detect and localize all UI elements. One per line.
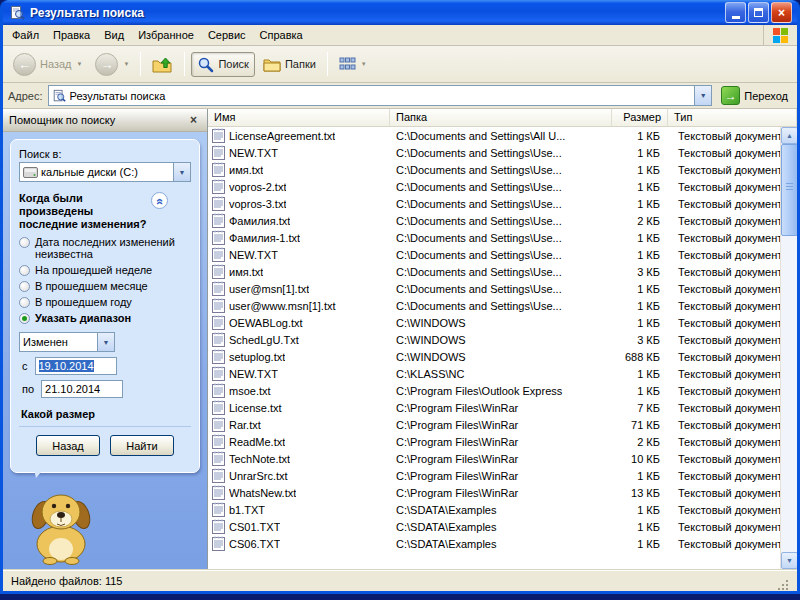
file-row[interactable]: NEW.TXTC:\Documents and Settings\Use...1… bbox=[208, 144, 780, 161]
search-dog-mascot[interactable] bbox=[19, 487, 103, 567]
file-row[interactable]: Фамилия.txtC:\Documents and Settings\Use… bbox=[208, 212, 780, 229]
search-location-select[interactable]: кальные диски (C:) ▼ bbox=[19, 162, 191, 182]
resize-grip[interactable] bbox=[776, 578, 789, 591]
find-button[interactable]: Найти bbox=[110, 435, 174, 456]
column-header-4[interactable]: Тип bbox=[668, 109, 797, 127]
modified-select[interactable]: Изменен ▼ bbox=[19, 332, 115, 352]
file-row[interactable]: NEW.TXTC:\Documents and Settings\Use...1… bbox=[208, 246, 780, 263]
address-input[interactable]: Результаты поиска ▼ bbox=[48, 85, 713, 106]
menu-item-Справка[interactable]: Справка bbox=[253, 26, 310, 44]
views-grid-icon bbox=[339, 57, 356, 71]
radio-option[interactable]: Указать диапазон bbox=[19, 312, 191, 324]
file-row[interactable]: имя.txtC:\Documents and Settings\Use...1… bbox=[208, 161, 780, 178]
status-text: Найдено файлов: 115 bbox=[11, 575, 122, 587]
back-button[interactable]: ← Назад ▼ bbox=[8, 50, 87, 79]
radio-icon[interactable] bbox=[19, 313, 30, 324]
toolbar-separator bbox=[184, 52, 185, 76]
file-row[interactable]: setuplog.txtC:\WINDOWS688 КБТекстовый до… bbox=[208, 348, 780, 365]
collapse-section-button[interactable]: « bbox=[151, 192, 168, 209]
back-step-button[interactable]: Назад bbox=[36, 435, 100, 456]
radio-option[interactable]: На прошедшей неделе bbox=[19, 264, 191, 276]
file-row[interactable]: b1.TXTC:\SDATA\Examples1 КБТекстовый док… bbox=[208, 501, 780, 518]
file-row[interactable]: Фамилия-1.txtC:\Documents and Settings\U… bbox=[208, 229, 780, 246]
file-row[interactable]: msoe.txtC:\Program Files\Outlook Express… bbox=[208, 382, 780, 399]
file-row[interactable]: имя.txtC:\Documents and Settings\Use...3… bbox=[208, 263, 780, 280]
maximize-button[interactable] bbox=[748, 2, 769, 23]
radio-option[interactable]: Дата последних изменений неизвестна bbox=[19, 236, 191, 260]
views-button[interactable]: ▼ bbox=[334, 54, 372, 74]
file-size-cell: 10 КБ bbox=[612, 453, 668, 465]
search-location-dropdown-button[interactable]: ▼ bbox=[173, 163, 190, 181]
file-name-cell: ReadMe.txt bbox=[208, 434, 390, 449]
text-document-icon bbox=[212, 400, 225, 415]
search-pane-title: Помощник по поиску bbox=[9, 114, 115, 126]
file-row[interactable]: OEWABLog.txtC:\WINDOWS1 КБТекстовый доку… bbox=[208, 314, 780, 331]
file-folder-cell: C:\Documents and Settings\Use... bbox=[390, 198, 612, 210]
file-row[interactable]: License.txtC:\Program Files\WinRar7 КБТе… bbox=[208, 399, 780, 416]
file-row[interactable]: user@msn[1].txtC:\Documents and Settings… bbox=[208, 280, 780, 297]
list-rows: LicenseAgreement.txtC:\Documents and Set… bbox=[208, 127, 780, 569]
text-document-icon bbox=[212, 213, 225, 228]
forward-button[interactable]: → ▼ bbox=[90, 50, 134, 79]
modified-dropdown-button[interactable]: ▼ bbox=[97, 333, 114, 351]
column-header-1[interactable]: Имя bbox=[208, 109, 390, 127]
search-button[interactable]: Поиск bbox=[191, 52, 254, 77]
file-folder-cell: C:\Program Files\WinRar bbox=[390, 470, 612, 482]
file-row[interactable]: vopros-3.txtC:\Documents and Settings\Us… bbox=[208, 195, 780, 212]
scroll-up-button[interactable]: ▲ bbox=[781, 127, 797, 144]
menu-item-Файл[interactable]: Файл bbox=[5, 26, 46, 44]
radio-icon[interactable] bbox=[19, 265, 30, 276]
search-options-bubble: Поиск в: кальные диски (C:) ▼ Когда бы bbox=[10, 139, 200, 473]
go-button[interactable]: → Переход bbox=[717, 86, 792, 105]
file-folder-cell: C:\Documents and Settings\Use... bbox=[390, 249, 612, 261]
file-size-cell: 3 КБ bbox=[612, 334, 668, 346]
radio-option[interactable]: В прошедшем году bbox=[19, 296, 191, 308]
file-size-cell: 1 КБ bbox=[612, 147, 668, 159]
date-from-input[interactable]: 19.10.2014 bbox=[35, 357, 117, 375]
radio-icon[interactable] bbox=[19, 281, 30, 292]
file-row[interactable]: CS01.TXTC:\SDATA\Examples1 КБТекстовый д… bbox=[208, 518, 780, 535]
up-button[interactable] bbox=[147, 52, 178, 76]
file-row[interactable]: user@www.msn[1].txtC:\Documents and Sett… bbox=[208, 297, 780, 314]
scrollbar-thumb[interactable] bbox=[781, 144, 797, 236]
radio-icon[interactable] bbox=[19, 237, 30, 248]
file-row[interactable]: Rar.txtC:\Program Files\WinRar71 КБТекст… bbox=[208, 416, 780, 433]
file-row[interactable]: SchedLgU.TxtC:\WINDOWS3 КБТекстовый доку… bbox=[208, 331, 780, 348]
file-row[interactable]: TechNote.txtC:\Program Files\WinRar10 КБ… bbox=[208, 450, 780, 467]
text-document-icon bbox=[212, 485, 225, 500]
file-size-cell: 1 КБ bbox=[612, 470, 668, 482]
file-folder-cell: C:\Program Files\WinRar bbox=[390, 436, 612, 448]
scroll-down-button[interactable]: ▼ bbox=[781, 552, 797, 569]
menu-item-Сервис[interactable]: Сервис bbox=[201, 26, 253, 44]
file-folder-cell: C:\Documents and Settings\Use... bbox=[390, 164, 612, 176]
menu-item-Правка[interactable]: Правка bbox=[46, 26, 97, 44]
titlebar[interactable]: Результаты поиска × bbox=[3, 0, 797, 25]
file-row[interactable]: WhatsNew.txtC:\Program Files\WinRar13 КБ… bbox=[208, 484, 780, 501]
address-dropdown-button[interactable]: ▼ bbox=[694, 86, 711, 105]
file-row[interactable]: vopros-2.txtC:\Documents and Settings\Us… bbox=[208, 178, 780, 195]
size-question: Какой размер bbox=[21, 408, 191, 420]
search-pane-close-button[interactable]: × bbox=[186, 113, 201, 128]
folders-button[interactable]: Папки bbox=[258, 54, 321, 75]
file-row[interactable]: LicenseAgreement.txtC:\Documents and Set… bbox=[208, 127, 780, 144]
file-name-cell: Фамилия.txt bbox=[208, 213, 390, 228]
address-bar: Адрес: Результаты поиска ▼ → Переход bbox=[3, 83, 797, 109]
column-header-2[interactable]: Папка bbox=[390, 109, 612, 127]
vertical-scrollbar[interactable]: ▲ ▼ bbox=[780, 127, 797, 569]
menu-item-Избранное[interactable]: Избранное bbox=[131, 26, 201, 44]
file-row[interactable]: CS06.TXTC:\SDATA\Examples1 КБТекстовый д… bbox=[208, 535, 780, 552]
radio-icon[interactable] bbox=[19, 297, 30, 308]
file-type-cell: Текстовый документ bbox=[668, 470, 780, 482]
file-row[interactable]: UnrarSrc.txtC:\Program Files\WinRar1 КБТ… bbox=[208, 467, 780, 484]
address-value: Результаты поиска bbox=[70, 90, 166, 102]
menu-item-Вид[interactable]: Вид bbox=[97, 26, 131, 44]
minimize-button[interactable] bbox=[725, 2, 746, 23]
folders-label: Папки bbox=[285, 58, 316, 70]
close-button[interactable]: × bbox=[771, 2, 792, 23]
column-header-3[interactable]: Размер bbox=[612, 109, 668, 127]
date-to-input[interactable]: 21.10.2014 bbox=[41, 380, 123, 398]
file-row[interactable]: NEW.TXTC:\KLASS\NC1 КБТекстовый документ bbox=[208, 365, 780, 382]
file-row[interactable]: ReadMe.txtC:\Program Files\WinRar2 КБТек… bbox=[208, 433, 780, 450]
file-type-cell: Текстовый документ bbox=[668, 232, 780, 244]
radio-option[interactable]: В прошедшем месяце bbox=[19, 280, 191, 292]
